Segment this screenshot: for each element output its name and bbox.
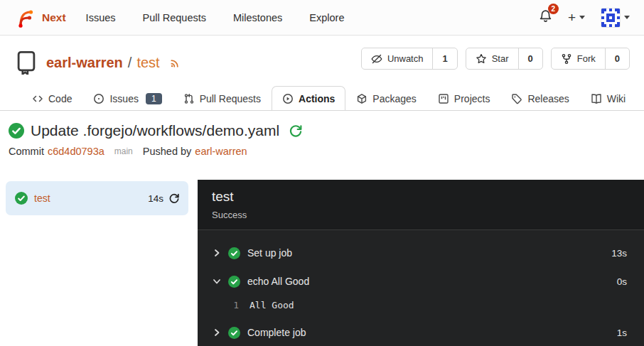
success-check-icon (15, 192, 28, 205)
chevron-right-icon (212, 249, 222, 257)
book-icon (591, 93, 602, 104)
tab-releases[interactable]: Releases (500, 86, 579, 111)
step-list: Set up job 13s echo All Good 0s 1 All Go… (198, 230, 644, 346)
star-button[interactable]: Star (466, 48, 518, 69)
tab-pull-requests[interactable]: Pull Requests (173, 86, 272, 111)
branch-label[interactable]: main (114, 146, 133, 156)
step-name: Set up job (247, 247, 292, 259)
star-label: Star (492, 53, 509, 64)
job-status: Success (212, 210, 630, 220)
package-icon (356, 93, 367, 104)
user-menu-button[interactable] (601, 8, 630, 28)
star-count[interactable]: 0 (518, 48, 542, 69)
unwatch-label: Unwatch (387, 53, 424, 64)
success-check-icon (9, 123, 24, 139)
commit-label: Commit (9, 146, 44, 157)
pushed-by-user-link[interactable]: earl-warren (195, 146, 247, 157)
tab-label: Projects (454, 93, 490, 104)
repo-header: earl-warren / test Unwatch 1 (0, 36, 644, 82)
nav-link-milestones[interactable]: Milestones (233, 12, 282, 23)
success-check-icon (228, 276, 240, 288)
rerun-icon[interactable] (289, 124, 303, 138)
log-line-text: All Good (249, 300, 294, 310)
play-circle-icon (282, 93, 294, 104)
step-name: echo All Good (247, 276, 309, 287)
tab-wiki[interactable]: Wiki (580, 86, 636, 111)
log-line-number: 1 (229, 300, 239, 310)
tab-label: Packages (372, 93, 416, 104)
step-duration: 1s (617, 328, 627, 338)
tab-actions[interactable]: Actions (272, 86, 345, 111)
success-check-icon (228, 247, 240, 259)
chevron-right-icon (212, 328, 222, 337)
top-navbar: Next Issues Pull Requests Milestones Exp… (0, 0, 644, 36)
repo-title: earl-warren / test (46, 55, 182, 71)
issues-count-badge: 1 (146, 93, 162, 104)
step-duration: 0s (617, 276, 627, 287)
plus-icon: + (568, 11, 576, 24)
pushed-by-label: Pushed by (143, 146, 192, 157)
step-row-complete-job[interactable]: Complete job 1s (198, 318, 644, 346)
nav-link-pull-requests[interactable]: Pull Requests (143, 12, 206, 23)
star-button-group: Star 0 (466, 48, 543, 70)
repo-owner-link[interactable]: earl-warren (46, 55, 123, 71)
fork-count[interactable]: 0 (605, 48, 629, 69)
chevron-down-icon (624, 16, 630, 19)
rss-feed-icon[interactable] (169, 56, 182, 69)
unwatch-button-group: Unwatch 1 (361, 48, 458, 70)
issue-icon (93, 93, 104, 104)
chevron-down-icon (212, 277, 222, 286)
watch-count[interactable]: 1 (432, 48, 456, 69)
tab-label: Issues (109, 93, 138, 104)
brand-name: Next (42, 11, 66, 24)
nav-link-issues[interactable]: Issues (86, 12, 116, 23)
tab-issues[interactable]: Issues 1 (82, 86, 172, 111)
rerun-job-icon[interactable] (168, 193, 180, 204)
job-list-item-test[interactable]: test 14s (6, 181, 188, 215)
code-icon (32, 93, 43, 104)
forgejo-logo-icon (14, 7, 36, 28)
job-log-header: test Success (198, 180, 644, 230)
run-title: Update .forgejo/workflows/demo.yaml (31, 122, 279, 139)
tab-label: Wiki (607, 93, 626, 104)
tab-packages[interactable]: Packages (345, 86, 426, 111)
repo-tab-bar: Code Issues 1 Pull Requests Actions (0, 82, 644, 111)
fork-button[interactable]: Fork (552, 48, 605, 69)
nav-links: Issues Pull Requests Milestones Explore (86, 12, 345, 23)
tab-label: Pull Requests (200, 93, 261, 104)
project-icon (438, 93, 449, 104)
step-row-set-up-job[interactable]: Set up job 13s (198, 239, 644, 267)
nav-link-explore[interactable]: Explore (309, 12, 344, 23)
forgejo-home-link[interactable]: Next (14, 7, 66, 28)
run-meta: Commit c6d4d0793a main Pushed by earl-wa… (9, 146, 634, 157)
tab-code[interactable]: Code (21, 86, 82, 111)
eye-slash-icon (371, 53, 382, 65)
success-check-icon (228, 327, 240, 339)
job-duration: 14s (148, 193, 163, 204)
fork-button-group: Fork 0 (551, 48, 630, 70)
navbar-right: 2 + (539, 8, 630, 28)
pull-request-icon (183, 93, 195, 104)
repo-separator: / (128, 55, 132, 71)
avatar (601, 8, 621, 28)
create-new-button[interactable]: + (568, 11, 585, 24)
notification-count-badge: 2 (548, 4, 559, 14)
job-log-panel: test Success Set up job 13s echo All Goo… (198, 180, 644, 346)
repo-action-buttons: Unwatch 1 Star 0 (361, 48, 630, 70)
step-duration: 13s (611, 248, 627, 259)
chevron-down-icon (579, 16, 585, 19)
star-icon (476, 53, 487, 65)
tab-label: Actions (299, 93, 335, 104)
step-row-echo-all-good[interactable]: echo All Good 0s (198, 267, 644, 296)
notifications-button[interactable]: 2 (539, 9, 552, 26)
unwatch-button[interactable]: Unwatch (362, 48, 433, 69)
tab-label: Releases (527, 93, 569, 104)
tag-icon (511, 93, 522, 104)
fork-label: Fork (577, 53, 596, 64)
repo-name-link[interactable]: test (136, 55, 159, 71)
commit-sha-link[interactable]: c6d4d0793a (48, 146, 104, 157)
log-line: 1 All Good (198, 296, 644, 314)
fork-icon (561, 53, 572, 65)
tab-activity[interactable]: Ac (636, 86, 644, 111)
tab-projects[interactable]: Projects (427, 86, 501, 111)
